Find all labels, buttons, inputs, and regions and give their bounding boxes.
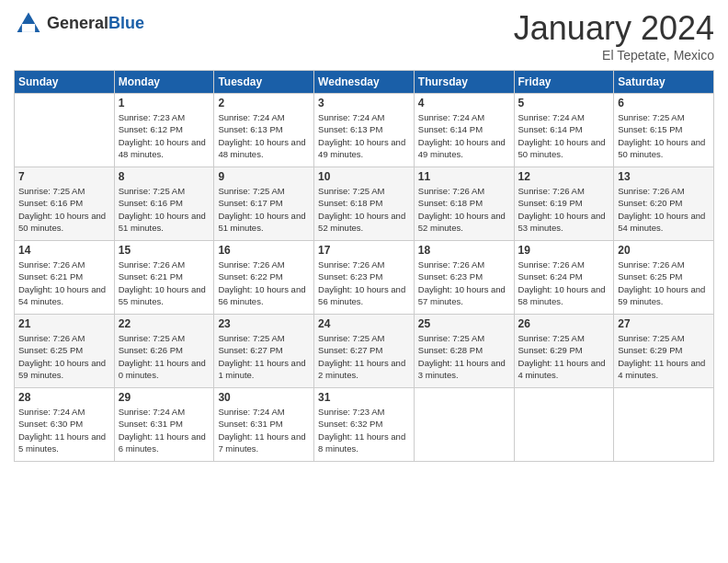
day-number: 23 — [218, 317, 310, 330]
calendar-cell: 30Sunrise: 7:24 AM Sunset: 6:31 PM Dayli… — [214, 388, 314, 462]
day-info: Sunrise: 7:25 AM Sunset: 6:15 PM Dayligh… — [618, 111, 710, 160]
day-number: 31 — [318, 391, 410, 404]
day-number: 19 — [518, 244, 610, 257]
day-number: 5 — [518, 97, 610, 109]
day-info: Sunrise: 7:25 AM Sunset: 6:27 PM Dayligh… — [318, 332, 410, 381]
day-number: 6 — [618, 97, 710, 109]
day-info: Sunrise: 7:26 AM Sunset: 6:23 PM Dayligh… — [418, 259, 510, 307]
day-number: 28 — [18, 391, 110, 404]
logo-blue-text: Blue — [108, 15, 144, 33]
column-header-friday: Friday — [514, 71, 614, 94]
location-text: El Tepetate, Mexico — [514, 48, 714, 63]
day-info: Sunrise: 7:25 AM Sunset: 6:29 PM Dayligh… — [518, 332, 610, 381]
day-info: Sunrise: 7:25 AM Sunset: 6:16 PM Dayligh… — [18, 185, 110, 234]
calendar-cell: 2Sunrise: 7:24 AM Sunset: 6:13 PM Daylig… — [214, 94, 314, 167]
calendar-cell: 18Sunrise: 7:26 AM Sunset: 6:23 PM Dayli… — [414, 241, 514, 315]
calendar-cell: 12Sunrise: 7:26 AM Sunset: 6:19 PM Dayli… — [514, 167, 614, 241]
day-number: 4 — [418, 97, 510, 109]
day-number: 25 — [418, 317, 510, 330]
day-info: Sunrise: 7:26 AM Sunset: 6:25 PM Dayligh… — [18, 332, 110, 381]
calendar-header-row: SundayMondayTuesdayWednesdayThursdayFrid… — [15, 71, 714, 94]
calendar-cell: 23Sunrise: 7:25 AM Sunset: 6:27 PM Dayli… — [214, 315, 314, 388]
calendar-table: SundayMondayTuesdayWednesdayThursdayFrid… — [14, 70, 714, 462]
calendar-cell: 25Sunrise: 7:25 AM Sunset: 6:28 PM Dayli… — [414, 315, 514, 388]
calendar-cell — [15, 94, 115, 167]
day-info: Sunrise: 7:26 AM Sunset: 6:20 PM Dayligh… — [618, 185, 710, 234]
day-info: Sunrise: 7:26 AM Sunset: 6:18 PM Dayligh… — [418, 185, 510, 234]
title-block: January 2024 El Tepetate, Mexico — [514, 9, 714, 63]
day-number: 14 — [18, 244, 110, 257]
svg-rect-1 — [22, 24, 35, 32]
calendar-week-row: 14Sunrise: 7:26 AM Sunset: 6:21 PM Dayli… — [15, 241, 714, 315]
day-number: 22 — [119, 317, 210, 330]
day-number: 3 — [318, 97, 410, 109]
logo-icon — [14, 9, 43, 39]
day-number: 10 — [318, 170, 410, 183]
day-info: Sunrise: 7:24 AM Sunset: 6:30 PM Dayligh… — [18, 406, 110, 454]
day-info: Sunrise: 7:25 AM Sunset: 6:16 PM Dayligh… — [119, 185, 210, 234]
calendar-cell: 9Sunrise: 7:25 AM Sunset: 6:17 PM Daylig… — [214, 167, 314, 241]
day-number: 9 — [218, 170, 310, 183]
day-number: 29 — [119, 391, 210, 404]
day-info: Sunrise: 7:26 AM Sunset: 6:25 PM Dayligh… — [618, 259, 710, 307]
day-info: Sunrise: 7:26 AM Sunset: 6:21 PM Dayligh… — [18, 259, 110, 307]
calendar-cell: 20Sunrise: 7:26 AM Sunset: 6:25 PM Dayli… — [614, 241, 714, 315]
calendar-cell — [514, 388, 614, 462]
day-number: 27 — [618, 317, 710, 330]
calendar-week-row: 21Sunrise: 7:26 AM Sunset: 6:25 PM Dayli… — [15, 315, 714, 388]
day-info: Sunrise: 7:25 AM Sunset: 6:27 PM Dayligh… — [218, 332, 310, 381]
calendar-cell: 11Sunrise: 7:26 AM Sunset: 6:18 PM Dayli… — [414, 167, 514, 241]
day-number: 30 — [218, 391, 310, 404]
day-number: 11 — [418, 170, 510, 183]
calendar-cell: 13Sunrise: 7:26 AM Sunset: 6:20 PM Dayli… — [614, 167, 714, 241]
calendar-cell: 17Sunrise: 7:26 AM Sunset: 6:23 PM Dayli… — [314, 241, 415, 315]
day-number: 2 — [218, 97, 310, 109]
day-number: 17 — [318, 244, 410, 257]
day-info: Sunrise: 7:23 AM Sunset: 6:12 PM Dayligh… — [119, 111, 210, 160]
column-header-saturday: Saturday — [614, 71, 714, 94]
day-info: Sunrise: 7:25 AM Sunset: 6:18 PM Dayligh… — [318, 185, 410, 234]
column-header-thursday: Thursday — [414, 71, 514, 94]
day-info: Sunrise: 7:24 AM Sunset: 6:13 PM Dayligh… — [218, 111, 310, 160]
day-number: 20 — [618, 244, 710, 257]
calendar-cell — [414, 388, 514, 462]
day-info: Sunrise: 7:24 AM Sunset: 6:14 PM Dayligh… — [418, 111, 510, 160]
month-title: January 2024 — [514, 9, 714, 48]
day-info: Sunrise: 7:26 AM Sunset: 6:19 PM Dayligh… — [518, 185, 610, 234]
header: General Blue January 2024 El Tepetate, M… — [14, 9, 714, 63]
day-info: Sunrise: 7:24 AM Sunset: 6:31 PM Dayligh… — [218, 406, 310, 454]
calendar-page: General Blue January 2024 El Tepetate, M… — [0, 0, 728, 563]
calendar-cell: 21Sunrise: 7:26 AM Sunset: 6:25 PM Dayli… — [15, 315, 115, 388]
calendar-cell: 5Sunrise: 7:24 AM Sunset: 6:14 PM Daylig… — [514, 94, 614, 167]
calendar-cell: 4Sunrise: 7:24 AM Sunset: 6:14 PM Daylig… — [414, 94, 514, 167]
calendar-cell: 14Sunrise: 7:26 AM Sunset: 6:21 PM Dayli… — [15, 241, 115, 315]
day-number: 12 — [518, 170, 610, 183]
day-number: 15 — [119, 244, 210, 257]
day-number: 8 — [119, 170, 210, 183]
calendar-cell: 7Sunrise: 7:25 AM Sunset: 6:16 PM Daylig… — [15, 167, 115, 241]
day-info: Sunrise: 7:26 AM Sunset: 6:22 PM Dayligh… — [218, 259, 310, 307]
calendar-cell: 29Sunrise: 7:24 AM Sunset: 6:31 PM Dayli… — [114, 388, 214, 462]
day-number: 18 — [418, 244, 510, 257]
day-number: 26 — [518, 317, 610, 330]
day-info: Sunrise: 7:26 AM Sunset: 6:24 PM Dayligh… — [518, 259, 610, 307]
day-info: Sunrise: 7:24 AM Sunset: 6:31 PM Dayligh… — [119, 406, 210, 454]
day-number: 7 — [18, 170, 110, 183]
day-info: Sunrise: 7:24 AM Sunset: 6:13 PM Dayligh… — [318, 111, 410, 160]
day-info: Sunrise: 7:23 AM Sunset: 6:32 PM Dayligh… — [318, 406, 410, 454]
calendar-cell: 15Sunrise: 7:26 AM Sunset: 6:21 PM Dayli… — [114, 241, 214, 315]
day-number: 24 — [318, 317, 410, 330]
day-info: Sunrise: 7:24 AM Sunset: 6:14 PM Dayligh… — [518, 111, 610, 160]
calendar-cell: 27Sunrise: 7:25 AM Sunset: 6:29 PM Dayli… — [614, 315, 714, 388]
day-number: 13 — [618, 170, 710, 183]
column-header-wednesday: Wednesday — [314, 71, 415, 94]
column-header-sunday: Sunday — [15, 71, 115, 94]
calendar-cell: 19Sunrise: 7:26 AM Sunset: 6:24 PM Dayli… — [514, 241, 614, 315]
calendar-cell: 6Sunrise: 7:25 AM Sunset: 6:15 PM Daylig… — [614, 94, 714, 167]
day-number: 16 — [218, 244, 310, 257]
calendar-cell: 8Sunrise: 7:25 AM Sunset: 6:16 PM Daylig… — [114, 167, 214, 241]
column-header-tuesday: Tuesday — [214, 71, 314, 94]
day-info: Sunrise: 7:25 AM Sunset: 6:26 PM Dayligh… — [119, 332, 210, 381]
calendar-cell: 10Sunrise: 7:25 AM Sunset: 6:18 PM Dayli… — [314, 167, 415, 241]
day-info: Sunrise: 7:26 AM Sunset: 6:23 PM Dayligh… — [318, 259, 410, 307]
